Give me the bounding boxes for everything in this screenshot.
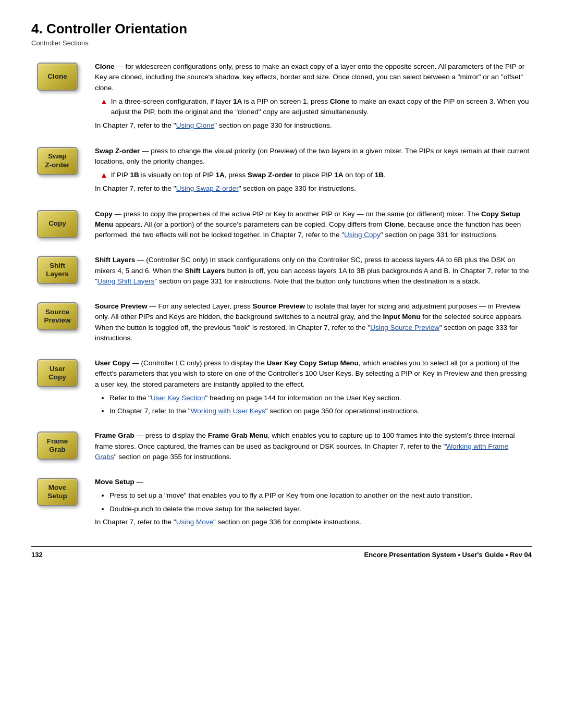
page-footer: 132 Encore Presentation System • User's … <box>31 546 532 559</box>
list-item: Double-punch to delete the move setup fo… <box>109 504 532 514</box>
button-source-preview: SourcePreview <box>37 302 78 330</box>
button-move-setup: MoveSetup <box>37 478 78 506</box>
list-item: Press to set up a "move" that enables yo… <box>109 490 532 501</box>
content-col-frame-grab: Frame Grab — press to display the Frame … <box>95 430 532 465</box>
button-clone: Clone <box>37 63 78 91</box>
button-col-frame-grab: FrameGrab <box>31 430 83 460</box>
paragraph: Shift Layers — (Controller SC only) In s… <box>95 255 532 287</box>
paragraph: In Chapter 7, refer to the "Using Move" … <box>95 517 532 527</box>
footer-page-number: 132 <box>31 551 43 559</box>
button-frame-grab: FrameGrab <box>37 431 78 460</box>
sections-container: CloneClone — for widescreen configuratio… <box>31 61 532 530</box>
bullet-list: Refer to the "User Key Section" heading … <box>109 393 532 417</box>
section-clone: CloneClone — for widescreen configuratio… <box>31 61 532 134</box>
content-col-clone: Clone — for widescreen configurations on… <box>95 61 532 134</box>
paragraph: Copy — press to copy the properties of t… <box>95 209 532 241</box>
triangle-icon: ▲ <box>100 170 108 179</box>
button-col-copy: Copy <box>31 209 83 238</box>
note-block: ▲If PIP 1B is visually on top of PIP 1A,… <box>100 170 532 180</box>
list-item: Refer to the "User Key Section" heading … <box>109 393 532 403</box>
paragraph: Clone — for widescreen configurations on… <box>95 61 532 93</box>
page-subtitle: Controller Sections <box>31 39 532 47</box>
paragraph: In Chapter 7, refer to the "Using Clone"… <box>95 120 532 131</box>
button-col-move-setup: MoveSetup <box>31 477 83 506</box>
button-col-clone: Clone <box>31 61 83 91</box>
section-user-copy: UserCopyUser Copy — (Controller LC only)… <box>31 358 532 419</box>
button-swap-zorder: SwapZ-order <box>37 147 78 175</box>
paragraph: Source Preview — For any selected Layer,… <box>95 301 532 343</box>
button-col-shift-layers: ShiftLayers <box>31 255 83 284</box>
button-copy: Copy <box>37 210 78 238</box>
paragraph: Swap Z-order — press to change the visua… <box>95 146 532 167</box>
footer-product-info: Encore Presentation System • User's Guid… <box>364 551 532 559</box>
section-copy: CopyCopy — press to copy the properties … <box>31 209 532 244</box>
button-shift-layers: ShiftLayers <box>37 256 78 284</box>
content-col-shift-layers: Shift Layers — (Controller SC only) In s… <box>95 255 532 290</box>
content-col-swap-zorder: Swap Z-order — press to change the visua… <box>95 146 532 198</box>
button-user-copy: UserCopy <box>37 359 78 387</box>
triangle-icon: ▲ <box>100 97 108 106</box>
content-col-source-preview: Source Preview — For any selected Layer,… <box>95 301 532 347</box>
note-block: ▲In a three-screen configuration, if lay… <box>100 96 532 118</box>
page-title: 4. Controller Orientation <box>31 21 532 37</box>
button-col-user-copy: UserCopy <box>31 358 83 387</box>
section-shift-layers: ShiftLayersShift Layers — (Controller SC… <box>31 255 532 290</box>
paragraph: Frame Grab — press to display the Frame … <box>95 430 532 462</box>
content-col-move-setup: Move Setup —Press to set up a "move" tha… <box>95 477 532 530</box>
section-move-setup: MoveSetupMove Setup —Press to set up a "… <box>31 477 532 530</box>
note-text: If PIP 1B is visually on top of PIP 1A, … <box>111 170 386 180</box>
section-source-preview: SourcePreviewSource Preview — For any se… <box>31 301 532 347</box>
content-col-copy: Copy — press to copy the properties of t… <box>95 209 532 244</box>
button-col-source-preview: SourcePreview <box>31 301 83 330</box>
bullet-list: Press to set up a "move" that enables yo… <box>109 490 532 514</box>
button-col-swap-zorder: SwapZ-order <box>31 146 83 175</box>
list-item: In Chapter 7, refer to the "Working with… <box>109 406 532 416</box>
paragraph: User Copy — (Controller LC only) press t… <box>95 358 532 390</box>
paragraph: In Chapter 7, refer to the "Using Swap Z… <box>95 183 532 194</box>
section-swap-zorder: SwapZ-orderSwap Z-order — press to chang… <box>31 146 532 198</box>
note-text: In a three-screen configuration, if laye… <box>111 96 532 118</box>
section-frame-grab: FrameGrabFrame Grab — press to display t… <box>31 430 532 465</box>
content-col-user-copy: User Copy — (Controller LC only) press t… <box>95 358 532 419</box>
paragraph: Move Setup — <box>95 477 532 487</box>
